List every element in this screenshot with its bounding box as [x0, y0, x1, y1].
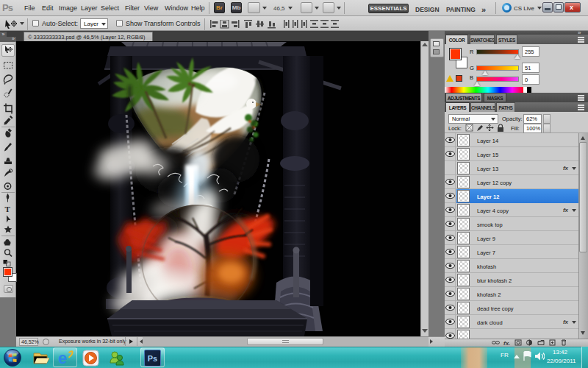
svg-text:e: e [58, 349, 67, 367]
svg-text:fx.: fx. [503, 340, 510, 347]
svg-text:T: T [5, 205, 11, 213]
